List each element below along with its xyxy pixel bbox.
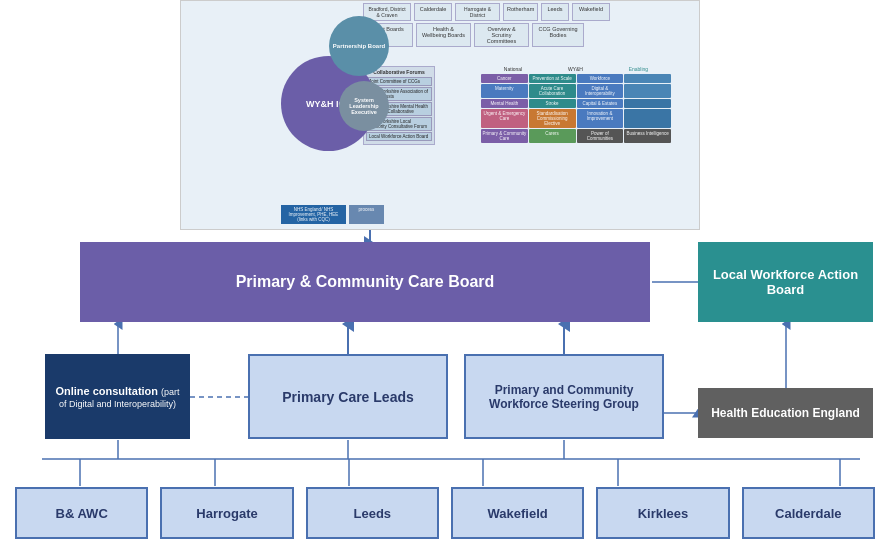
priority-empty2 [624, 84, 671, 98]
primary-care-leads-box: Primary Care Leads [248, 354, 448, 439]
process-box: process [349, 205, 384, 224]
calderdale-box: Calderdale [742, 487, 875, 539]
priority-empty1 [624, 74, 671, 83]
priority-prevention: Prevention at Scale [529, 74, 576, 83]
calderdale-top-box: Calderdale [414, 3, 452, 21]
priority-carers: Carers [529, 129, 576, 143]
hwb-box: Health & Wellbeing Boards [416, 23, 471, 47]
priority-empty4 [624, 109, 671, 128]
wakefield-box: Wakefield [451, 487, 584, 539]
ics-diagram: Bradford, District & Craven Calderdale H… [180, 0, 700, 230]
priority-title: National WY&H Enabling [481, 66, 671, 72]
priority-maternity: Maternity [481, 84, 528, 98]
priority-cancer: Cancer [481, 74, 528, 83]
priority-innovation: Innovation & Improvement [577, 109, 624, 128]
priority-digital: Digital & Interoperability [577, 84, 624, 98]
top-org-boxes: Bradford, District & Craven Calderdale H… [363, 3, 610, 21]
ccg-box: CCG Governing Bodies [532, 23, 584, 47]
system-leadership-circle: System Leadership Executive [339, 81, 389, 131]
partnership-board-circle: Partnership Board [329, 16, 389, 76]
priority-standardisation: Standardisation Commissioning Elective [529, 109, 576, 128]
lwab-box: Local Workforce Action Board [698, 242, 873, 322]
diagram-container: Bradford, District & Craven Calderdale H… [0, 0, 894, 549]
priority-business: Business Intelligence [624, 129, 671, 143]
wakefield-top-box: Wakefield [572, 3, 610, 21]
leeds-box: Leeds [306, 487, 439, 539]
nhs-logos: NHS England/ NHS Improvement, PHE, HEE (… [281, 205, 384, 224]
priority-acute: Acute Care Collaboration [529, 84, 576, 98]
priority-mental: Mental Health [481, 99, 528, 108]
pcc-board: Primary & Community Care Board [80, 242, 650, 322]
collab-item-5: Local Workforce Action Board [366, 132, 432, 141]
priority-power: Power of Communities [577, 129, 624, 143]
priority-capital: Capital & Estates [577, 99, 624, 108]
b-awc-box: B& AWC [15, 487, 148, 539]
priority-programmes-panel: National WY&H Enabling Cancer Prevention… [481, 66, 671, 143]
osc-box: Overview & Scrutiny Committees [474, 23, 529, 47]
priority-stroke: Stroke [529, 99, 576, 108]
kirklees-box: Kirklees [596, 487, 729, 539]
harrogate-box: Harrogate [160, 487, 293, 539]
hee-box: Health Education England [698, 388, 873, 438]
priority-workforce: Workforce [577, 74, 624, 83]
rotherham-box: Rotherham [503, 3, 538, 21]
nhs-england-box: NHS England/ NHS Improvement, PHE, HEE (… [281, 205, 346, 224]
priority-empty3 [624, 99, 671, 108]
harrogate-top-box: Harrogate & District [455, 3, 500, 21]
priority-urgent: Urgent & Emergency Care [481, 109, 528, 128]
priority-primary: Primary & Community Care [481, 129, 528, 143]
trust-boards-row: Trust Boards Health & Wellbeing Boards O… [363, 23, 584, 47]
ics-inner: Bradford, District & Craven Calderdale H… [181, 1, 699, 229]
leeds-top-box: Leeds [541, 3, 569, 21]
pcwsg-box: Primary and Community Workforce Steering… [464, 354, 664, 439]
bottom-location-boxes: B& AWC Harrogate Leeds Wakefield Kirklee… [15, 487, 875, 539]
online-consultation-box: Online consultation (part of Digital and… [45, 354, 190, 439]
priority-grid: Cancer Prevention at Scale Workforce Mat… [481, 74, 671, 143]
